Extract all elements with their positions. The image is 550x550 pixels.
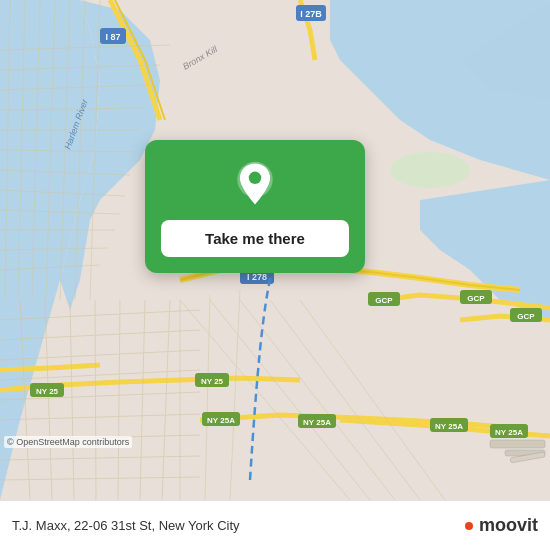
svg-rect-71 [490,440,545,448]
svg-text:NY 25A: NY 25A [495,428,523,437]
svg-text:NY 25: NY 25 [201,377,224,386]
svg-text:I 27B: I 27B [300,9,322,19]
map-attribution: © OpenStreetMap contributors [4,436,132,448]
take-me-there-card: Take me there [145,140,365,273]
moovit-logo-icon [465,522,473,530]
location-pin-icon [231,160,279,208]
map-container: I 87 I 27B I 278 GCP GCP GCP NY 25 NY 25… [0,0,550,500]
moovit-logo: moovit [465,515,538,536]
svg-point-1 [390,152,470,188]
moovit-logo-text: moovit [479,515,538,536]
svg-text:I 87: I 87 [105,32,120,42]
svg-text:GCP: GCP [375,296,393,305]
svg-text:GCP: GCP [517,312,535,321]
svg-text:NY 25A: NY 25A [207,416,235,425]
svg-point-75 [249,172,261,184]
svg-text:I 278: I 278 [247,272,267,282]
location-label: T.J. Maxx, 22-06 31st St, New York City [12,518,465,533]
svg-text:NY 25: NY 25 [36,387,59,396]
svg-text:GCP: GCP [467,294,485,303]
bottom-bar: T.J. Maxx, 22-06 31st St, New York City … [0,500,550,550]
svg-text:NY 25A: NY 25A [303,418,331,427]
svg-text:NY 25A: NY 25A [435,422,463,431]
take-me-there-button[interactable]: Take me there [161,220,349,257]
